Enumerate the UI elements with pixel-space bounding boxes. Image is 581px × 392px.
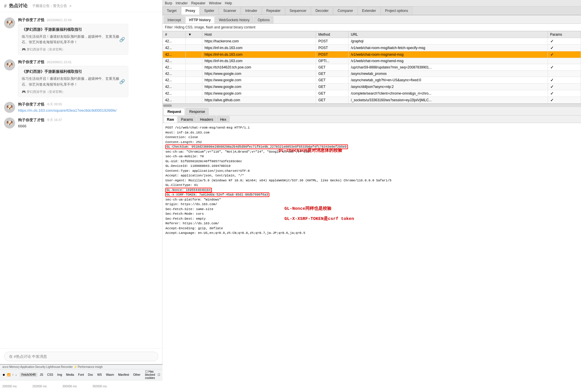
cell-params: ✓ xyxy=(548,97,581,104)
tab-request[interactable]: Request xyxy=(164,108,185,115)
menu-help[interactable]: Help xyxy=(225,1,232,5)
col-url[interactable]: URL xyxy=(348,31,548,38)
table-row[interactable]: 42... https://tch164620.tch.poe.com GET … xyxy=(163,64,581,71)
request-line: GL-Uid: b1fbb501020c46ff88577a3fe103c0ec xyxy=(165,159,578,164)
filter-tab-ws[interactable]: WS xyxy=(95,373,104,377)
devtools-tab-recorder[interactable]: Recorder ⚡ xyxy=(61,365,77,368)
wifi-icon: 📶 xyxy=(7,373,10,376)
message-text: 6666 xyxy=(18,124,158,128)
request-line: User-Agent: Mozilla/5.0 (Windows NT 10.0… xyxy=(165,178,578,183)
menu-window[interactable]: Window xyxy=(209,1,221,5)
message-time: 今天 09:55 xyxy=(47,102,62,106)
devtools-tab-application[interactable]: Application xyxy=(20,365,35,368)
filter-tab-manifest[interactable]: Manifest xyxy=(116,373,131,377)
table-row[interactable]: 42... https://inf-im.ds.163.com POST /v1… xyxy=(163,51,581,58)
col-method[interactable]: Method xyxy=(316,31,349,38)
list-item: 🐶 狗子你变了才怪 2023/09/21 23:01 《梦幻西游》手游新服福利领… xyxy=(0,57,162,99)
col-params[interactable]: Params xyxy=(548,31,581,38)
tab-repeater[interactable]: Repeater xyxy=(262,7,285,15)
filter-tab-css[interactable]: CSS xyxy=(46,373,55,377)
download-icon: ↓ xyxy=(15,373,17,376)
filter-tab-img[interactable]: Img xyxy=(55,373,64,377)
tab-intruder[interactable]: Intruder xyxy=(241,7,261,15)
subtab-intercept[interactable]: Intercept xyxy=(164,16,185,24)
message-input[interactable] xyxy=(4,352,158,361)
request-body: POST /v1/web/chat-room-msg/send-msg HTTP… xyxy=(163,123,581,392)
username: 狗子你变了才怪 xyxy=(18,118,44,123)
tab-response[interactable]: Response xyxy=(185,108,209,115)
table-row[interactable]: 42... https://www.google.com GET /comple… xyxy=(163,90,581,97)
tab-spider[interactable]: Spider xyxy=(200,7,219,15)
table-row[interactable]: 42... https://www.google.com GET /async/… xyxy=(163,84,581,90)
tab-scanner[interactable]: Scanner xyxy=(219,7,241,15)
devtools-tab-security[interactable]: Security xyxy=(35,365,46,368)
cell-indicator xyxy=(186,58,202,64)
devtools-bar: ance Memory Application Security Lightho… xyxy=(0,364,163,392)
cell-host: https://tch164620.tch.poe.com xyxy=(202,64,316,71)
cell-host: https://www.google.com xyxy=(202,90,316,97)
cell-params: ✓ xyxy=(548,90,581,97)
cell-num: 42... xyxy=(163,71,186,77)
table-row[interactable]: 42... https://www.google.com GET /async/… xyxy=(163,77,581,84)
table-row[interactable]: 42... https://hackerone.com POST /graphq… xyxy=(163,38,581,45)
cell-params xyxy=(548,71,581,77)
burp-content: Intercept HTTP history WebSockets histor… xyxy=(163,15,581,392)
request-line: sec-ch-ua: "Chromium";v="116", "Not)A;Br… xyxy=(165,149,578,154)
cell-num: 42... xyxy=(163,58,186,64)
cell-host: https://www.google.com xyxy=(202,77,316,84)
tab-raw[interactable]: Raw xyxy=(164,116,177,123)
col-filter[interactable]: ▼ xyxy=(186,31,202,38)
http-history-table: # ▼ Host Method URL Params 42... https:/… xyxy=(163,31,581,104)
http-history-table-container: # ▼ Host Method URL Params 42... https:/… xyxy=(163,31,581,104)
cell-host: https://www.google.com xyxy=(202,84,316,90)
message-time: 2023/09/21 23:01 xyxy=(47,60,72,64)
tab-project-options[interactable]: Project options xyxy=(381,7,412,15)
devtools-tab-perf[interactable]: Performance insigh xyxy=(78,365,103,368)
tab-proxy[interactable]: Proxy xyxy=(181,7,199,15)
filter-tab-js[interactable]: JS xyxy=(38,373,45,377)
table-row[interactable]: 42... https://alive.github.com GET /_soc… xyxy=(163,97,581,104)
filter-tab-other[interactable]: Other xyxy=(131,373,142,377)
filter-bar[interactable]: Filter: Hiding CSS, image, flash and gen… xyxy=(163,24,581,31)
filter-tab-font[interactable]: Font xyxy=(76,373,86,377)
devtools-tab[interactable]: ance xyxy=(2,365,9,368)
request-line: POST /v1/web/chat-room-msg/send-msg HTTP… xyxy=(165,125,578,130)
tab-decoder[interactable]: Decoder xyxy=(311,7,333,15)
filter-tab-wasm[interactable]: Wasm xyxy=(104,373,116,377)
request-line: Accept-Language: en-US,en;q=0.9,zh-CN;q=… xyxy=(165,231,578,236)
subtab-http-history[interactable]: HTTP history xyxy=(185,16,214,24)
table-row[interactable]: 42... https://inf-im.ds.163.com POST /v1… xyxy=(163,45,581,51)
tab-target[interactable]: Target xyxy=(163,7,181,15)
menu-intruder[interactable]: Intruder xyxy=(176,1,187,5)
col-num[interactable]: # xyxy=(163,31,186,38)
chat-panel: # 热点讨论 子频道公告：暂无公告 > 🐶 狗子你变了才怪 2023/09/21… xyxy=(0,0,163,364)
subtab-options[interactable]: Options xyxy=(254,16,273,24)
request-line: GL-CheckSum: 9518d238896e28b90298a2b4d5d… xyxy=(165,144,578,149)
cell-params: ✓ xyxy=(548,38,581,45)
tab-extender[interactable]: Extender xyxy=(358,7,380,15)
filter-tab-doc[interactable]: Doc xyxy=(86,373,95,377)
subtab-websockets[interactable]: WebSockets history xyxy=(215,16,253,24)
filter-tab-fetch[interactable]: Fetch/XHR xyxy=(20,373,37,377)
devtools-filter-bar: ⏺ 📶 ↑ ↓ Fetch/XHR JS CSS Img Media Font … xyxy=(0,369,163,380)
tab-headers[interactable]: Headers xyxy=(197,116,216,123)
devtools-tab-lighthouse[interactable]: Lighthouse xyxy=(46,365,60,368)
menu-burp[interactable]: Burp xyxy=(165,1,172,5)
cell-url: /up/chan59-8888/updates?min_seq=20087839… xyxy=(348,64,548,71)
username: 狗子你变了才怪 xyxy=(18,59,44,65)
horizontal-scrollbar[interactable] xyxy=(163,104,581,107)
message-link[interactable]: https://m.ds.163.com/square/63ea17eec8dc… xyxy=(18,108,117,113)
scrollbar-thumb[interactable] xyxy=(163,104,172,107)
tab-params[interactable]: Params xyxy=(178,116,196,123)
filter-tab-media[interactable]: Media xyxy=(64,373,76,377)
cell-url: /graphql xyxy=(348,38,548,45)
table-row[interactable]: 42... https://inf-im.ds.163.com OPTI... … xyxy=(163,58,581,64)
tab-hex[interactable]: Hex xyxy=(217,116,229,123)
menu-repeater[interactable]: Repeater xyxy=(191,1,205,5)
col-host[interactable]: Host xyxy=(202,31,316,38)
table-row[interactable]: 42... https://www.google.com GET /async/… xyxy=(163,71,581,77)
devtools-tab-memory[interactable]: Memory xyxy=(9,365,20,368)
tab-comparer[interactable]: Comparer xyxy=(333,7,357,15)
request-line: Accept: application/json, text/plain, */… xyxy=(165,173,578,178)
tab-sequencer[interactable]: Sequencer xyxy=(285,7,311,15)
